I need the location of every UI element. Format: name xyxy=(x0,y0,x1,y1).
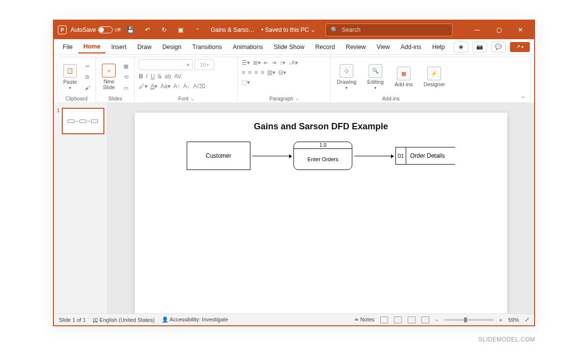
close-button[interactable]: ✕ xyxy=(511,24,530,36)
menu-addins[interactable]: Add-ins xyxy=(395,41,426,53)
designer-button[interactable]: ⚡ Designer xyxy=(421,66,447,88)
notes-button[interactable]: ≐ Notes xyxy=(354,316,374,323)
menu-help[interactable]: Help xyxy=(427,41,450,53)
grow-font-button[interactable]: A↑ xyxy=(173,83,180,90)
zoom-out-button[interactable]: − xyxy=(435,317,438,323)
layout-button[interactable]: ▦ xyxy=(122,62,130,71)
save-status[interactable]: • Saved to this PC ⌄ xyxy=(261,26,315,33)
shrink-font-button[interactable]: A↓ xyxy=(183,83,190,90)
slide[interactable]: Gains and Sarson DFD Example Customer 1.… xyxy=(135,113,507,314)
slide-thumbnail[interactable]: 1 xyxy=(57,108,104,134)
numbering-button[interactable]: ≣▾ xyxy=(253,59,261,66)
menu-view[interactable]: View xyxy=(372,41,395,53)
minimize-button[interactable]: — xyxy=(467,24,487,36)
menu-home[interactable]: Home xyxy=(78,41,105,53)
reading-view-button[interactable] xyxy=(408,316,416,323)
menu-animations[interactable]: Animations xyxy=(228,41,268,53)
qat-overflow-button[interactable]: ⁼ xyxy=(191,24,204,36)
clipboard-icon: 📋 xyxy=(63,64,77,78)
columns-button[interactable]: ▥▾ xyxy=(267,69,275,76)
align-text-button[interactable]: ⊟▾ xyxy=(278,69,286,76)
slide-canvas-area[interactable]: Gains and Sarson DFD Example Customer 1.… xyxy=(108,103,534,314)
section-button[interactable]: ▭ xyxy=(122,83,130,92)
menu-review[interactable]: Review xyxy=(341,41,371,53)
line-spacing-button[interactable]: ↕▾ xyxy=(279,59,285,66)
search-box[interactable]: 🔍 xyxy=(325,24,453,36)
autosave-toggle[interactable]: AutoSave Off xyxy=(71,26,121,33)
menu-file[interactable]: File xyxy=(58,41,77,53)
dialog-launcher-icon[interactable]: ↘ xyxy=(295,97,299,101)
change-case-button[interactable]: Aa▾ xyxy=(160,83,171,90)
reset-button[interactable]: ⟲ xyxy=(122,73,130,81)
zoom-slider[interactable] xyxy=(444,319,493,321)
menu-record[interactable]: Record xyxy=(310,41,340,53)
addins-button[interactable]: ▦ Add-ins xyxy=(392,66,415,88)
cut-button[interactable]: ✂ xyxy=(83,62,92,71)
notes-icon: ≐ xyxy=(354,316,359,322)
dialog-launcher-icon[interactable]: ↘ xyxy=(190,97,194,101)
menu-slideshow[interactable]: Slide Show xyxy=(269,41,310,53)
menu-insert[interactable]: Insert xyxy=(106,41,131,53)
shadow-button[interactable]: ab xyxy=(165,73,171,80)
language-status[interactable]: 🕮 English (United States) xyxy=(93,317,155,323)
record-util-button[interactable]: ◉ xyxy=(454,42,468,52)
maximize-button[interactable]: ▢ xyxy=(489,24,509,36)
dfd-datastore[interactable]: D1 Order Details xyxy=(395,147,455,165)
save-button[interactable]: 💾 xyxy=(124,24,137,36)
share-button[interactable]: ↗▾ xyxy=(510,42,530,52)
zoom-value[interactable]: 59% xyxy=(508,317,519,323)
slide-counter[interactable]: Slide 1 of 1 xyxy=(59,317,86,323)
designer-icon: ⚡ xyxy=(427,67,441,80)
from-beginning-button[interactable]: ▣ xyxy=(174,24,187,36)
font-size-selector[interactable]: 16▾ xyxy=(195,59,214,70)
menu-design[interactable]: Design xyxy=(157,41,186,53)
redo-button[interactable]: ↻ xyxy=(158,24,171,36)
justify-button[interactable]: ≡ xyxy=(261,69,264,76)
clear-format-button[interactable]: A⌫ xyxy=(193,83,205,90)
normal-view-button[interactable] xyxy=(380,316,388,323)
undo-button[interactable]: ↶ xyxy=(141,24,154,36)
drawing-button[interactable]: ◇ Drawing ▾ xyxy=(335,63,358,91)
indent-decrease-button[interactable]: ⇤ xyxy=(264,59,269,66)
char-spacing-button[interactable]: AV xyxy=(174,73,181,80)
thumbnail-pane[interactable]: 1 xyxy=(54,103,108,314)
align-right-button[interactable]: ≡ xyxy=(254,69,258,76)
slideshow-view-button[interactable] xyxy=(421,316,429,323)
format-painter-button[interactable]: 🖌 xyxy=(83,83,92,92)
collapse-ribbon-button[interactable]: ⌄ xyxy=(521,93,526,99)
group-label: Clipboard xyxy=(61,95,92,101)
paste-button[interactable]: 📋 Paste ▾ xyxy=(61,63,79,91)
bold-button[interactable]: B xyxy=(139,73,143,80)
sorter-view-button[interactable] xyxy=(394,316,402,323)
camera-util-button[interactable]: 📷 xyxy=(472,42,487,52)
convert-smartart-button[interactable]: ⬚▾ xyxy=(242,79,250,86)
italic-button[interactable]: I xyxy=(146,73,147,80)
search-input[interactable] xyxy=(342,26,447,33)
comments-util-button[interactable]: 💬 xyxy=(491,42,506,52)
underline-button[interactable]: U xyxy=(150,73,155,80)
new-slide-button[interactable]: ＋ New Slide xyxy=(100,63,118,91)
fit-to-window-button[interactable]: ⤢ xyxy=(525,316,529,323)
dfd-external-entity[interactable]: Customer xyxy=(187,142,250,170)
redo-icon: ↻ xyxy=(162,26,167,33)
align-center-button[interactable]: ≡ xyxy=(248,69,251,76)
menu-draw[interactable]: Draw xyxy=(132,41,156,53)
accessibility-status[interactable]: 👤 Accessibility: Investigate xyxy=(162,316,228,323)
strike-button[interactable]: S̶ xyxy=(158,73,162,80)
editing-button[interactable]: 🔍 Editing ▾ xyxy=(366,63,386,91)
font-name-selector[interactable]: ▾ xyxy=(139,59,193,70)
bullets-button[interactable]: ☰▾ xyxy=(242,59,250,66)
font-color-button[interactable]: A▾ xyxy=(150,83,157,90)
highlight-button[interactable]: 🖊▾ xyxy=(139,83,147,90)
align-left-button[interactable]: ≡ xyxy=(242,69,245,76)
toggle-pill-icon xyxy=(98,26,113,33)
thumbnail-number: 1 xyxy=(57,108,60,134)
datastore-id: D1 xyxy=(395,147,406,165)
copy-button[interactable]: ⧉ xyxy=(83,73,92,81)
indent-increase-button[interactable]: ⇥ xyxy=(271,59,276,66)
text-direction-button[interactable]: ↓A▾ xyxy=(288,59,298,66)
zoom-in-button[interactable]: + xyxy=(499,317,502,323)
addins-icon: ▦ xyxy=(397,67,411,80)
dfd-process[interactable]: 1.0 Enter Orders xyxy=(294,142,352,170)
menu-transitions[interactable]: Transitions xyxy=(187,41,227,53)
